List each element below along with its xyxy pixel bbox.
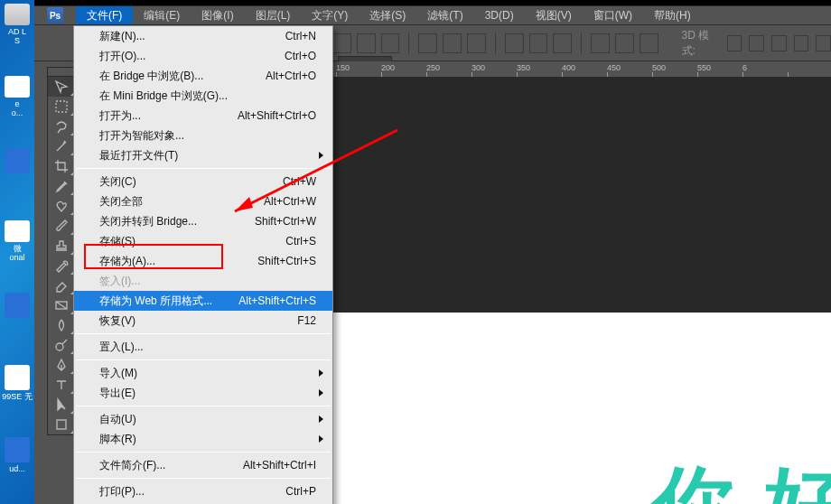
file-menu-item[interactable]: 打印(P)...Ctrl+P (74, 481, 332, 501)
svg-marker-5 (235, 197, 253, 211)
ruler-tick-label: 300 (472, 63, 485, 72)
menu-bar: Ps 文件(F)编辑(E)图像(I)图层(L)文字(Y)选择(S)滤镜(T)3D… (34, 5, 831, 25)
type-tool[interactable] (48, 375, 75, 395)
file-menu-item[interactable]: 导出(E) (74, 383, 332, 403)
distribute-button[interactable] (591, 33, 610, 53)
align-button[interactable] (381, 33, 400, 53)
3d-orbit-icon[interactable] (727, 35, 742, 51)
submenu-arrow-icon (319, 435, 323, 443)
submenu-arrow-icon (319, 389, 323, 397)
align-button[interactable] (467, 33, 486, 53)
wand-tool[interactable] (48, 136, 75, 156)
distribute-button[interactable] (529, 33, 548, 53)
file-menu-item[interactable]: 脚本(R) (74, 429, 332, 449)
align-button[interactable] (443, 33, 462, 53)
eyedropper-tool[interactable] (48, 176, 75, 196)
menu-item-label: 导出(E) (99, 386, 316, 401)
menu-item-shortcut: Alt+Ctrl+O (266, 70, 316, 82)
ruler-tick-label: 450 (607, 63, 621, 72)
distribute-button[interactable] (505, 33, 524, 53)
pen-tool[interactable] (48, 355, 75, 375)
3d-pan-icon[interactable] (749, 35, 764, 51)
align-button[interactable] (418, 33, 437, 53)
distribute-button[interactable] (615, 33, 634, 53)
dodge-tool[interactable] (48, 335, 75, 355)
lasso-tool[interactable] (48, 117, 75, 136)
menu-item-label: 签入(I)... (99, 274, 316, 289)
menu-item-shortcut: F12 (297, 314, 316, 327)
menu-item-shortcut: Ctrl+N (285, 30, 316, 42)
distribute-button[interactable] (553, 33, 572, 53)
heal-tool[interactable] (48, 196, 75, 216)
menu-item-label: 存储为 Web 所用格式... (99, 294, 238, 309)
brush-tool[interactable] (48, 216, 75, 236)
submenu-arrow-icon (319, 415, 323, 423)
file-menu-item[interactable]: 在 Bridge 中浏览(B)...Alt+Ctrl+O (74, 66, 332, 86)
file-menu-item[interactable]: 存储为 Web 所用格式...Alt+Shift+Ctrl+S (74, 291, 332, 311)
menu-item[interactable]: 编辑(E) (133, 6, 191, 24)
submenu-arrow-icon (319, 369, 323, 377)
history-brush-tool[interactable] (48, 256, 75, 275)
ruler-tick-label: 6 (742, 63, 747, 72)
file-menu-item[interactable]: 文件简介(F)...Alt+Shift+Ctrl+I (74, 455, 332, 475)
ruler-tick-label: 150 (336, 63, 350, 72)
menu-item[interactable]: 3D(D) (474, 6, 525, 24)
align-button[interactable] (357, 33, 376, 53)
blur-tool[interactable] (48, 315, 75, 335)
svg-point-2 (56, 343, 63, 350)
file-menu-item[interactable]: 置入(L)... (74, 337, 332, 357)
stamp-tool[interactable] (48, 236, 75, 256)
desktop-icon[interactable]: 微 onal (4, 220, 31, 262)
menu-item[interactable]: 视图(V) (525, 6, 583, 24)
annotation-arrow (217, 130, 406, 242)
svg-rect-3 (57, 420, 66, 429)
3d-light-icon[interactable] (794, 35, 809, 51)
menu-item-label: 脚本(R) (99, 432, 316, 447)
file-menu-item: 签入(I)... (74, 271, 332, 291)
menu-item[interactable]: 滤镜(T) (416, 6, 473, 24)
menu-item-shortcut: Alt+Shift+Ctrl+S (238, 294, 316, 307)
gradient-tool[interactable] (48, 295, 75, 315)
align-button[interactable] (332, 33, 351, 53)
desktop-icon[interactable]: ud... (4, 437, 31, 479)
menu-item-label: 恢复(V) (99, 313, 297, 329)
file-menu-item[interactable]: 在 Mini Bridge 中浏览(G)... (74, 86, 332, 106)
distribute-button[interactable] (640, 33, 658, 53)
desktop-icon[interactable]: 99SE 无 (4, 365, 31, 406)
menu-item-label: 新建(N)... (99, 29, 285, 44)
file-menu-item[interactable]: 打开(O)...Ctrl+O (74, 46, 332, 66)
menu-item[interactable]: 图像(I) (191, 6, 244, 24)
file-menu-item[interactable]: 自动(U) (74, 409, 332, 429)
file-menu-item[interactable]: 新建(N)...Ctrl+N (74, 26, 332, 46)
ruler-tick-label: 550 (697, 63, 711, 72)
menu-item-shortcut: Shift+Ctrl+S (257, 255, 316, 267)
menu-item[interactable]: 图层(L) (245, 6, 302, 24)
menu-item[interactable]: 选择(S) (359, 6, 416, 24)
marquee-tool[interactable] (48, 97, 75, 117)
menu-item[interactable]: 文字(Y) (301, 6, 359, 24)
file-menu-item[interactable]: 导入(M) (74, 363, 332, 383)
menu-item[interactable]: 文件(F) (76, 6, 133, 24)
path-select-tool[interactable] (48, 395, 75, 415)
shape-tool[interactable] (48, 415, 75, 434)
menu-item[interactable]: 窗口(W) (583, 6, 643, 24)
desktop-icon[interactable]: AD L S (4, 4, 31, 45)
ruler-tick-label: 500 (652, 63, 666, 72)
svg-rect-0 (56, 101, 67, 112)
3d-camera-icon[interactable] (816, 35, 831, 51)
move-tool[interactable] (48, 77, 75, 97)
file-menu-item[interactable]: 恢复(V)F12 (74, 311, 332, 331)
3d-mode-label: 3D 模式: (682, 28, 720, 59)
ps-logo-icon: Ps (47, 7, 63, 23)
3d-zoom-icon[interactable] (771, 35, 787, 51)
menu-item-label: 在 Mini Bridge 中浏览(G)... (99, 89, 316, 104)
eraser-tool[interactable] (48, 275, 75, 295)
menu-item[interactable]: 帮助(H) (643, 6, 702, 24)
desktop-icon[interactable]: e o... (4, 76, 31, 117)
desktop-icon[interactable] (4, 293, 31, 334)
crop-tool[interactable] (48, 156, 75, 176)
menu-item-shortcut: Ctrl+P (285, 485, 316, 498)
menu-item-label: 打印(P)... (99, 484, 285, 499)
desktop-icon[interactable] (4, 148, 31, 190)
file-menu-item[interactable]: 打开为...Alt+Shift+Ctrl+O (74, 106, 332, 126)
